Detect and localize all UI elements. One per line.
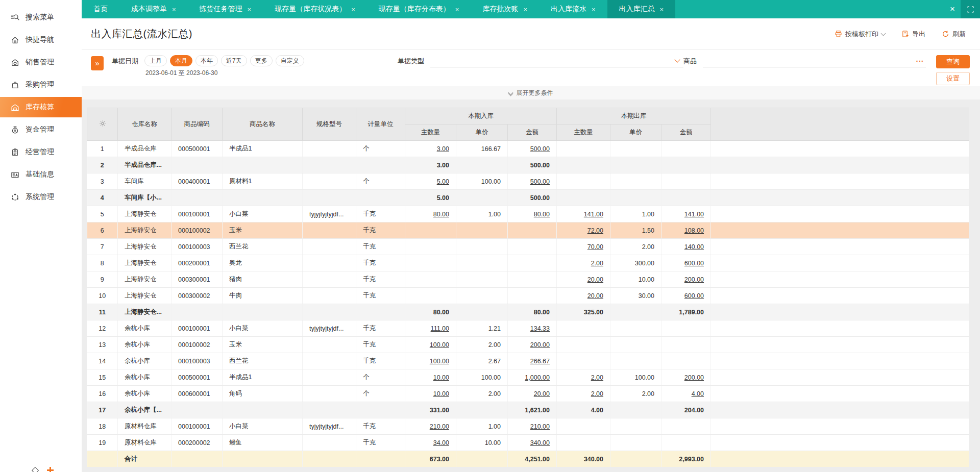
sidebar-item-nav-home[interactable]: 快捷导航 [0, 30, 82, 50]
fullscreen-icon[interactable] [961, 0, 980, 18]
tab-close-icon[interactable]: × [455, 6, 459, 13]
sidebar-item-business-clipboard[interactable]: 经营管理 [0, 142, 82, 162]
table-row[interactable]: 1半成品仓库000500001半成品1个3.00166.67500.00 [87, 141, 969, 157]
tab-出入库汇总[interactable]: 出入库汇总× [607, 0, 676, 18]
doc-type-select[interactable] [430, 55, 683, 67]
out-qty-link[interactable]: 20.00 [587, 276, 603, 283]
out-amount-link[interactable]: 600.00 [684, 260, 704, 267]
sidebar-item-search[interactable]: 搜索菜单 [0, 7, 82, 28]
in-qty-link[interactable]: 5.00 [437, 178, 449, 185]
in-amount-link[interactable]: 500.00 [530, 178, 550, 185]
product-input[interactable]: ... [703, 55, 926, 67]
table-row[interactable]: 17余杭小库【...331.001,621.004.00204.00 [87, 402, 969, 418]
in-qty-link[interactable]: 100.00 [430, 341, 449, 349]
in-amount-link[interactable]: 1,000.00 [525, 374, 550, 381]
table-row[interactable]: 4车间库【小...5.00500.00 [87, 190, 969, 206]
table-row[interactable]: 19原材料仓库000200002鳗鱼千克34.0010.00340.00 [87, 435, 969, 451]
table-row[interactable]: 3车间库000400001原材料1个5.00100.00500.00 [87, 173, 969, 190]
in-qty-link[interactable]: 80.00 [433, 211, 449, 218]
out-amount-link[interactable]: 140.00 [684, 243, 704, 251]
table-row[interactable]: 5上海静安仓000100001小白菜tyjyjtyjtyjdf...千克80.0… [87, 206, 969, 222]
expand-more-conditions[interactable]: 展开更多条件 [82, 86, 980, 100]
range-pill-本年[interactable]: 本年 [195, 55, 218, 66]
in-amount-link[interactable]: 266.67 [530, 358, 550, 365]
print-by-template-button[interactable]: 按模板打印 [835, 30, 885, 39]
in-amount-link[interactable]: 20.00 [534, 390, 550, 398]
range-pill-自定义[interactable]: 自定义 [276, 55, 304, 66]
tab-现存量（库存分布表）[interactable]: 现存量（库存分布表）× [367, 0, 471, 18]
out-qty-link[interactable]: 70.00 [587, 243, 603, 251]
table-row[interactable]: 7上海静安仓000100003西兰花千克70.002.00140.00 [87, 239, 969, 255]
export-button[interactable]: 导出 [901, 30, 925, 39]
table-row[interactable]: 11上海静安仓...80.0080.00325.001,789.00 [87, 304, 969, 320]
range-pill-本月[interactable]: 本月 [170, 55, 192, 66]
gear-icon[interactable] [99, 121, 106, 129]
in-amount-link[interactable]: 500.00 [530, 145, 550, 153]
in-qty-link[interactable]: 34.00 [433, 439, 449, 446]
tab-close-icon[interactable]: × [351, 6, 355, 13]
in-amount-link[interactable]: 210.00 [530, 423, 550, 430]
in-qty-link[interactable]: 3.00 [437, 145, 449, 153]
table-row[interactable]: 8上海静安仓000200001奥龙千克2.00300.00600.00 [87, 255, 969, 271]
sidebar-item-sales[interactable]: 销售管理 [0, 52, 82, 72]
out-qty-link[interactable]: 20.00 [587, 292, 603, 300]
table-row[interactable]: 2半成品仓库...3.00500.00 [87, 157, 969, 173]
range-pill-近7天[interactable]: 近7天 [221, 55, 247, 66]
tab-拣货任务管理[interactable]: 拣货任务管理× [188, 0, 263, 18]
table-row[interactable]: 6上海静安仓000100002玉米千克72.001.50108.00 [87, 222, 969, 239]
out-amount-link[interactable]: 200.00 [684, 374, 704, 381]
tab-首页[interactable]: 首页 [82, 0, 119, 18]
collapse-filter-button[interactable]: » [91, 56, 104, 70]
out-qty-link[interactable]: 2.00 [591, 374, 603, 381]
tab-close-icon[interactable]: × [523, 6, 527, 13]
tab-close-icon[interactable]: × [592, 6, 596, 13]
query-button[interactable]: 查询 [936, 55, 970, 68]
out-qty-link[interactable]: 2.00 [591, 260, 603, 267]
table-row[interactable]: 13余杭小库000100002玉米千克100.002.00200.00 [87, 337, 969, 353]
in-qty-link[interactable]: 10.00 [433, 390, 449, 398]
in-qty-link[interactable]: 210.00 [430, 423, 449, 430]
refresh-button[interactable]: 刷新 [942, 30, 966, 39]
sidebar-item-system-circle[interactable]: 系统管理 [0, 187, 82, 207]
out-amount-link[interactable]: 108.00 [684, 227, 704, 234]
table-row[interactable]: 9上海静安仓000300001猪肉千克20.0010.00200.00 [87, 271, 969, 288]
collapse-menu-icon[interactable] [32, 466, 39, 472]
range-pill-上月[interactable]: 上月 [144, 55, 167, 66]
sidebar-item-basic-info-card[interactable]: 基础信息 [0, 164, 82, 185]
tab-close-icon[interactable]: × [660, 6, 664, 13]
tab-close-icon[interactable]: × [172, 6, 176, 13]
table-row[interactable]: 合计673.004,251.00340.002,993.00 [87, 451, 969, 467]
out-qty-link[interactable]: 2.00 [591, 390, 603, 398]
close-window-icon[interactable]: × [944, 0, 961, 18]
out-amount-link[interactable]: 4.00 [692, 390, 704, 398]
in-amount-link[interactable]: 134.33 [530, 325, 550, 332]
in-amount-link[interactable]: 200.00 [530, 341, 550, 349]
table-row[interactable]: 16余杭小库000600001角码个10.002.0020.002.002.00… [87, 386, 969, 402]
out-amount-link[interactable]: 200.00 [684, 276, 704, 283]
quick-add-icon[interactable] [47, 467, 54, 472]
out-qty-link[interactable]: 72.00 [587, 227, 603, 234]
in-amount-link[interactable]: 340.00 [530, 439, 550, 446]
in-qty-link[interactable]: 10.00 [433, 374, 449, 381]
in-qty-link[interactable]: 111.00 [431, 325, 449, 332]
out-amount-link[interactable]: 141.00 [684, 211, 704, 218]
tab-现存量（库存状况表）[interactable]: 现存量（库存状况表）× [263, 0, 367, 18]
more-options-icon[interactable]: ... [916, 55, 924, 64]
out-qty-link[interactable]: 141.00 [584, 211, 603, 218]
sidebar-item-purchase-bag[interactable]: 采购管理 [0, 74, 82, 95]
in-qty-link[interactable]: 100.00 [430, 358, 449, 365]
tab-库存批次账[interactable]: 库存批次账× [471, 0, 539, 18]
sidebar-item-inventory-warehouse[interactable]: 库存核算 [0, 97, 82, 117]
in-amount-link[interactable]: 80.00 [534, 211, 550, 218]
settings-button[interactable]: 设置 [936, 72, 970, 85]
sidebar-item-funds-pouch[interactable]: 资金管理 [0, 119, 82, 140]
table-row[interactable]: 10上海静安仓000300002牛肉千克20.0030.00600.00 [87, 288, 969, 304]
tab-出入库流水[interactable]: 出入库流水× [539, 0, 607, 18]
tab-成本调整单[interactable]: 成本调整单× [119, 0, 188, 18]
range-pill-更多[interactable]: 更多 [250, 55, 273, 66]
table-row[interactable]: 15余杭小库000500001半成品1个10.00100.001,000.002… [87, 369, 969, 386]
tab-close-icon[interactable]: × [248, 6, 252, 13]
table-row[interactable]: 12余杭小库000100001小白菜tyjyjtyjtyjdf...千克111.… [87, 320, 969, 337]
date-range-value[interactable]: 2023-06-01 至 2023-06-30 [144, 69, 304, 78]
table-row[interactable]: 14余杭小库000100003西兰花千克100.002.67266.67 [87, 353, 969, 369]
